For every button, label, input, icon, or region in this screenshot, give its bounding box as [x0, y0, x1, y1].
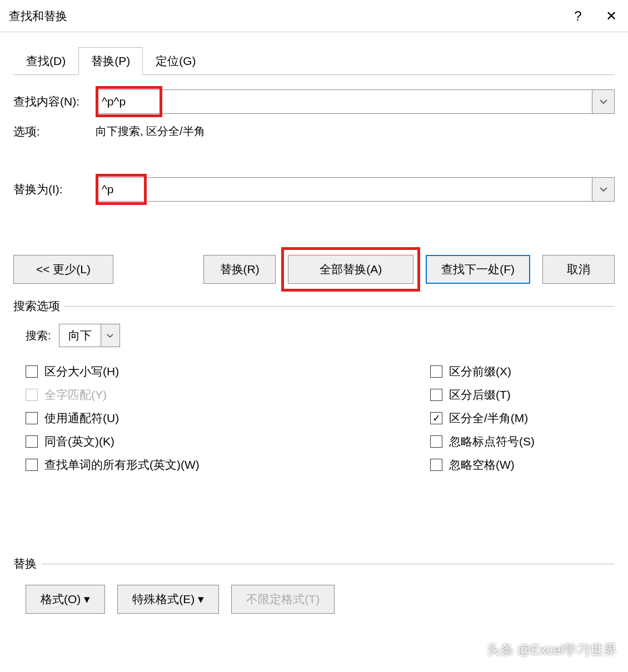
checkbox-icon [430, 459, 442, 471]
window-title: 查找和替换 [9, 8, 67, 24]
find-row: 查找内容(N): [13, 89, 615, 114]
tab-replace[interactable]: 替换(P) [78, 47, 143, 75]
special-format-button[interactable]: 特殊格式(E)▾ [117, 585, 219, 614]
check-whole-word: 全字匹配(Y) [26, 387, 430, 403]
checkbox-column-right: 区分前缀(X) 区分后缀(T) 区分全/半角(M) 忽略标点符号(S) 忽略空格… [430, 356, 602, 500]
options-label: 选项: [13, 124, 96, 139]
cancel-button[interactable]: 取消 [542, 255, 615, 284]
chevron-down-icon [107, 334, 113, 338]
checkbox-icon [26, 365, 38, 378]
find-input[interactable] [96, 93, 592, 111]
search-options-fieldset: 搜索选项 搜索: 向下 区分大小写(H) 全字匹配(Y) 使用通配符(U) 同音… [13, 298, 615, 500]
checkbox-icon [430, 435, 442, 448]
chevron-down-icon [600, 99, 607, 104]
tab-bar: 查找(D) 替换(P) 定位(G) [13, 47, 615, 75]
no-format-button: 不限定格式(T) [231, 585, 335, 614]
button-row: << 更少(L) 替换(R) 全部替换(A) 查找下一处(F) 取消 [13, 255, 615, 284]
find-options-row: 选项: 向下搜索, 区分全/半角 [13, 124, 615, 139]
find-label: 查找内容(N): [13, 94, 96, 109]
replace-all-button[interactable]: 全部替换(A) [288, 255, 413, 284]
find-dropdown-button[interactable] [592, 90, 614, 113]
checkbox-columns: 区分大小写(H) 全字匹配(Y) 使用通配符(U) 同音(英文)(K) 查找单词… [26, 356, 602, 500]
search-direction-label: 搜索: [26, 328, 51, 343]
less-button[interactable]: << 更少(L) [13, 255, 113, 284]
tab-find[interactable]: 查找(D) [13, 47, 78, 75]
replace-row: 替换为(I): [13, 177, 615, 202]
caret-down-icon: ▾ [198, 593, 204, 606]
caret-down-icon: ▾ [84, 593, 90, 606]
watermark: 头条 @Excel学习世界 [487, 641, 617, 659]
tab-goto[interactable]: 定位(G) [143, 47, 208, 75]
checkbox-icon [430, 389, 442, 401]
options-value: 向下搜索, 区分全/半角 [96, 124, 205, 139]
replace-format-buttons: 格式(O)▾ 特殊格式(E)▾ 不限定格式(T) [13, 571, 615, 614]
check-suffix[interactable]: 区分后缀(T) [430, 387, 602, 403]
check-ignore-space[interactable]: 忽略空格(W) [430, 457, 602, 473]
search-direction-dropdown[interactable] [101, 324, 119, 347]
search-direction-value: 向下 [59, 328, 101, 343]
replace-button[interactable]: 替换(R) [203, 255, 276, 284]
replace-combo [96, 177, 615, 202]
chevron-down-icon [600, 187, 607, 192]
search-direction-row: 搜索: 向下 [26, 324, 602, 347]
checkbox-icon [26, 459, 38, 471]
check-wildcards[interactable]: 使用通配符(U) [26, 410, 430, 426]
titlebar: 查找和替换 ? ✕ [0, 0, 628, 32]
checkbox-icon [430, 365, 442, 378]
replace-fieldset: 替换 格式(O)▾ 特殊格式(E)▾ 不限定格式(T) [13, 556, 615, 614]
find-next-button[interactable]: 查找下一处(F) [426, 255, 530, 284]
checkbox-icon [430, 412, 442, 424]
search-direction-combo[interactable]: 向下 [59, 324, 120, 347]
check-sounds-like[interactable]: 同音(英文)(K) [26, 434, 430, 449]
dialog-body: 查找(D) 替换(P) 定位(G) 查找内容(N): 选项: 向下搜索, 区分全… [0, 32, 628, 618]
help-button[interactable]: ? [561, 0, 595, 32]
check-ignore-punct[interactable]: 忽略标点符号(S) [430, 434, 602, 449]
checkbox-column-left: 区分大小写(H) 全字匹配(Y) 使用通配符(U) 同音(英文)(K) 查找单词… [26, 356, 430, 500]
replace-label: 替换为(I): [13, 182, 96, 197]
close-button[interactable]: ✕ [595, 0, 628, 32]
checkbox-icon [26, 412, 38, 424]
window-controls: ? ✕ [561, 0, 628, 32]
check-prefix[interactable]: 区分前缀(X) [430, 364, 602, 379]
replace-dropdown-button[interactable] [592, 178, 614, 201]
check-match-case[interactable]: 区分大小写(H) [26, 364, 430, 379]
search-options-legend: 搜索选项 [13, 298, 64, 314]
checkbox-icon [26, 389, 38, 401]
format-button[interactable]: 格式(O)▾ [26, 585, 105, 614]
find-combo [96, 89, 615, 114]
replace-input[interactable] [96, 180, 592, 198]
check-word-forms[interactable]: 查找单词的所有形式(英文)(W) [26, 457, 430, 473]
checkbox-icon [26, 435, 38, 448]
replace-fieldset-legend: 替换 [13, 556, 41, 571]
check-full-half-width[interactable]: 区分全/半角(M) [430, 410, 602, 426]
